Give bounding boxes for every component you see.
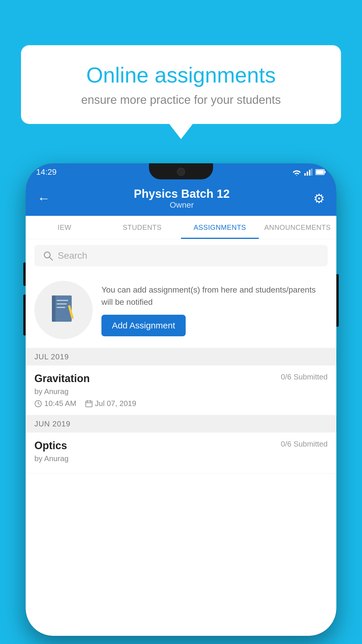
assignment-top: Gravitation 0/6 Submitted bbox=[34, 372, 328, 385]
section-header-jul: JUL 2019 bbox=[26, 348, 336, 365]
side-button-volume-down bbox=[23, 295, 26, 335]
speech-bubble-container: Online assignments ensure more practice … bbox=[21, 45, 341, 124]
svg-rect-12 bbox=[57, 303, 67, 304]
tab-students[interactable]: STUDENTS bbox=[103, 216, 181, 239]
assignment-item-optics[interactable]: Optics 0/6 Submitted by Anurag bbox=[26, 433, 336, 473]
side-button-power bbox=[336, 274, 339, 327]
assignment-by-optics: by Anurag bbox=[34, 454, 328, 463]
svg-rect-2 bbox=[309, 170, 310, 176]
assignment-meta-gravitation: 10:45 AM Jul 07, 2019 bbox=[34, 399, 328, 408]
assignment-by-gravitation: by Anurag bbox=[34, 387, 328, 396]
app-bar-title: Physics Batch 12 bbox=[134, 187, 230, 200]
svg-rect-1 bbox=[307, 172, 308, 176]
svg-marker-15 bbox=[72, 317, 74, 320]
svg-line-18 bbox=[38, 404, 40, 405]
assignment-item-gravitation[interactable]: Gravitation 0/6 Submitted by Anurag 10:4… bbox=[26, 365, 336, 415]
tab-overview[interactable]: IEW bbox=[26, 216, 103, 239]
notebook-icon bbox=[49, 294, 78, 326]
cta-description: You can add assignment(s) from here and … bbox=[101, 284, 328, 308]
cta-icon-circle bbox=[34, 281, 93, 339]
section-header-jun: JUN 2019 bbox=[26, 415, 336, 433]
speech-bubble-title: Online assignments bbox=[41, 63, 321, 88]
wifi-icon bbox=[292, 169, 301, 176]
svg-rect-6 bbox=[316, 170, 324, 174]
battery-icon bbox=[315, 169, 326, 175]
speech-bubble-subtitle: ensure more practice for your students bbox=[41, 93, 321, 106]
side-button-volume-up bbox=[23, 262, 26, 286]
svg-rect-19 bbox=[86, 401, 92, 407]
phone-container: 14:29 bbox=[26, 163, 336, 644]
svg-rect-11 bbox=[57, 300, 68, 301]
assignment-time: 10:45 AM bbox=[44, 399, 76, 408]
tab-assignments[interactable]: ASSIGNMENTS bbox=[181, 216, 259, 239]
status-time: 14:29 bbox=[36, 167, 57, 177]
app-bar-title-group: Physics Batch 12 Owner bbox=[134, 187, 230, 210]
search-icon bbox=[43, 251, 53, 261]
svg-rect-0 bbox=[304, 173, 306, 176]
speech-bubble: Online assignments ensure more practice … bbox=[21, 45, 341, 124]
back-button[interactable]: ← bbox=[37, 191, 50, 206]
front-camera bbox=[177, 168, 185, 176]
svg-rect-3 bbox=[311, 169, 312, 176]
svg-rect-5 bbox=[324, 171, 326, 173]
meta-date: Jul 07, 2019 bbox=[85, 399, 136, 408]
clock-icon bbox=[34, 400, 42, 407]
tabs-bar: IEW STUDENTS ASSIGNMENTS ANNOUNCEMENTS bbox=[26, 216, 336, 239]
phone-screen: 14:29 bbox=[26, 163, 336, 636]
assignment-submitted-gravitation: 0/6 Submitted bbox=[281, 372, 328, 382]
status-icons bbox=[292, 169, 326, 176]
cta-text-group: You can add assignment(s) from here and … bbox=[101, 284, 328, 336]
signal-icon bbox=[304, 169, 312, 176]
search-placeholder: Search bbox=[58, 250, 87, 261]
phone-frame: 14:29 bbox=[26, 163, 336, 636]
assignment-date: Jul 07, 2019 bbox=[95, 399, 136, 408]
meta-time: 10:45 AM bbox=[34, 399, 76, 408]
app-bar: ← Physics Batch 12 Owner ⚙ bbox=[26, 181, 336, 216]
search-bar[interactable]: Search bbox=[34, 245, 328, 266]
assignment-name-optics: Optics bbox=[34, 440, 67, 452]
cta-section: You can add assignment(s) from here and … bbox=[26, 272, 336, 348]
svg-line-8 bbox=[49, 257, 52, 260]
tab-announcements[interactable]: ANNOUNCEMENTS bbox=[259, 216, 337, 239]
assignment-top-optics: Optics 0/6 Submitted bbox=[34, 440, 328, 452]
content-area: Search bbox=[26, 239, 336, 636]
add-assignment-button[interactable]: Add Assignment bbox=[101, 315, 186, 336]
settings-icon[interactable]: ⚙ bbox=[313, 191, 325, 206]
svg-rect-10 bbox=[52, 295, 55, 322]
assignment-name-gravitation: Gravitation bbox=[34, 372, 90, 385]
phone-notch bbox=[149, 163, 213, 179]
calendar-icon bbox=[85, 400, 93, 407]
svg-rect-13 bbox=[57, 307, 65, 308]
app-bar-subtitle: Owner bbox=[134, 200, 230, 210]
assignment-submitted-optics: 0/6 Submitted bbox=[281, 440, 328, 449]
